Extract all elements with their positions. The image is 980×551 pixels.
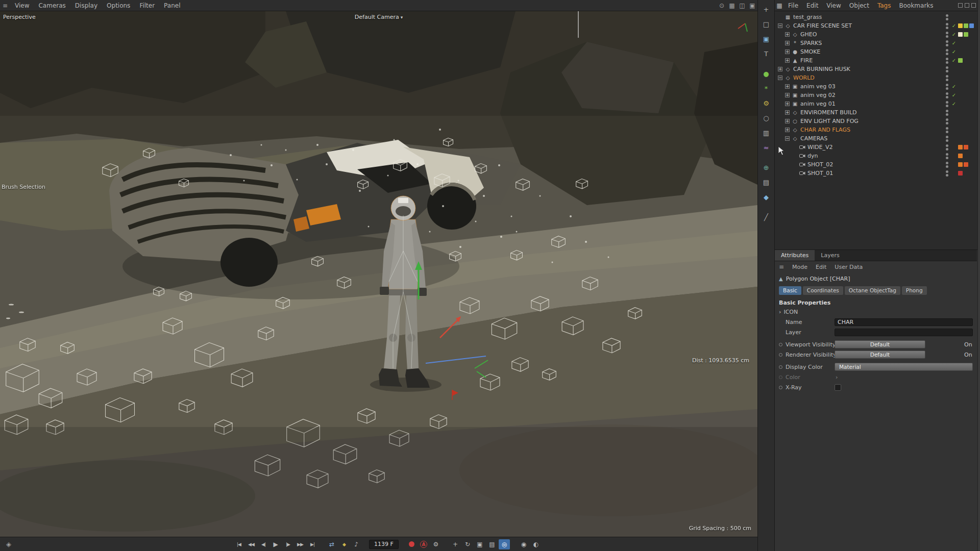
snap-toggle-button[interactable]: ◎ xyxy=(499,539,510,549)
tree-item-shot-01[interactable]: SHOT_01 xyxy=(776,169,976,178)
expand-toggle[interactable]: + xyxy=(785,58,790,63)
name-input[interactable]: CHAR xyxy=(835,318,973,326)
visibility-dots[interactable] xyxy=(944,118,950,124)
visibility-dots[interactable] xyxy=(944,110,950,116)
enabled-check[interactable]: ✓ xyxy=(950,101,958,107)
axis-tool-icon[interactable]: + xyxy=(760,4,772,14)
expand-toggle[interactable]: + xyxy=(785,41,790,45)
expand-toggle[interactable]: + xyxy=(785,119,790,123)
scatter-tool-icon[interactable]: * xyxy=(760,83,772,93)
expand-toggle[interactable]: + xyxy=(785,102,790,106)
visibility-dots[interactable] xyxy=(944,170,950,177)
orbit-view-button[interactable]: ↻ xyxy=(462,539,473,549)
tree-item-cameras[interactable]: − ◇ CAMERAS xyxy=(776,134,976,143)
tree-item-anim-veg-02[interactable]: + ▣ anim veg 02 ✓ xyxy=(776,91,976,99)
keyframe-dot-icon[interactable] xyxy=(779,365,782,369)
tag-chip[interactable] xyxy=(964,32,968,37)
tag-chip[interactable] xyxy=(958,154,963,158)
om-menu-tags[interactable]: Tags xyxy=(873,2,895,9)
tab-octane-objecttag[interactable]: Octane ObjectTag xyxy=(845,286,900,295)
renderer-visibility-state[interactable]: On xyxy=(964,352,973,358)
expand-toggle[interactable]: + xyxy=(785,32,790,37)
split-view-icon[interactable]: ◫ xyxy=(737,2,747,9)
tree-item-gheo[interactable]: + ◇ GHEO ✓ xyxy=(776,30,976,39)
enabled-check[interactable]: ✓ xyxy=(950,49,958,55)
visibility-dots[interactable] xyxy=(944,162,950,168)
tab-phong[interactable]: Phong xyxy=(902,286,927,295)
enabled-check[interactable]: ✓ xyxy=(950,84,958,89)
visibility-dots[interactable] xyxy=(944,84,950,90)
sound-toggle-button[interactable]: ♪ xyxy=(351,539,362,549)
keyframe-dot-icon[interactable] xyxy=(779,386,782,389)
hamburger-icon[interactable]: ≡ xyxy=(0,2,10,9)
spline-tool-icon[interactable]: ≈ xyxy=(760,142,772,153)
keyframe-dot-icon[interactable] xyxy=(779,353,782,357)
enabled-check[interactable]: ✓ xyxy=(950,58,958,63)
visibility-dots[interactable] xyxy=(944,92,950,98)
tree-item-car-burning-husk[interactable]: + ◇ CAR BURNING HUSK xyxy=(776,65,976,73)
visibility-dots[interactable] xyxy=(944,66,950,72)
tree-item-fire[interactable]: + ▲ FIRE ✓ xyxy=(776,56,976,65)
tag-chip[interactable] xyxy=(958,171,963,176)
object-manager-icon[interactable]: ▦ xyxy=(775,2,784,9)
tree-item-anim-veg-01[interactable]: + ▣ anim veg 01 ✓ xyxy=(776,99,976,108)
tag-chip[interactable] xyxy=(958,58,963,63)
panel-window-icon-1[interactable] xyxy=(958,3,963,8)
tree-item-world[interactable]: − ◇ WORLD xyxy=(776,73,976,82)
tree-item-car-fire-scene-set[interactable]: − ◇ CAR FIRE SCENE SET ✓ xyxy=(776,21,976,30)
tag-chip[interactable] xyxy=(964,145,968,149)
tag-chip[interactable] xyxy=(964,23,968,28)
expand-toggle[interactable]: + xyxy=(785,128,790,132)
generator-tool-icon[interactable]: ⚙ xyxy=(760,98,772,108)
keyframe-button[interactable]: ◆ xyxy=(338,539,350,549)
visibility-dots[interactable] xyxy=(944,136,950,142)
menu-cameras[interactable]: Cameras xyxy=(34,0,70,11)
tree-item-wide-v2[interactable]: WIDE_V2 xyxy=(776,143,976,152)
tree-item-env-light-and-fog[interactable]: + ○ ENV LIGHT AND FOG xyxy=(776,117,976,126)
collapse-toggle[interactable]: − xyxy=(778,76,782,80)
menu-view[interactable]: View xyxy=(10,0,34,11)
visibility-dots[interactable] xyxy=(944,23,950,29)
keyframe-settings-button[interactable]: ⚙ xyxy=(430,539,442,549)
menu-filter[interactable]: Filter xyxy=(135,0,159,11)
expand-toggle[interactable]: + xyxy=(785,49,790,54)
enabled-check[interactable]: ✓ xyxy=(950,23,958,29)
viewport-3d[interactable]: Perspective Default Camera▾ Brush Select… xyxy=(0,11,757,537)
om-menu-edit[interactable]: Edit xyxy=(802,2,822,9)
tree-item-dyn[interactable]: dyn xyxy=(776,152,976,160)
sphere-tool-icon[interactable]: ● xyxy=(760,68,772,79)
loop-mode-button[interactable]: ⇄ xyxy=(326,539,337,549)
play-button[interactable]: ▶ xyxy=(270,539,281,549)
cube-tool-icon[interactable]: ▣ xyxy=(760,34,772,44)
user-data-menu[interactable]: User Data xyxy=(835,264,863,270)
viewport-visibility-dropdown[interactable]: Default xyxy=(835,340,925,348)
next-frame-button[interactable]: |▶ xyxy=(282,539,293,549)
attributes-menu-icon[interactable]: ≡ xyxy=(779,263,784,270)
pin-icon[interactable]: ⊙ xyxy=(717,2,727,9)
om-menu-view[interactable]: View xyxy=(822,2,845,9)
selection-frame-tool-icon[interactable]: □ xyxy=(760,19,772,29)
keyframe-dot-icon[interactable] xyxy=(779,343,782,346)
tree-item-sparks[interactable]: + * SPARKS ✓ xyxy=(776,39,976,47)
viewport-visibility-state[interactable]: On xyxy=(964,341,973,348)
enabled-check[interactable]: ✓ xyxy=(950,32,958,37)
text-tool-icon[interactable]: T xyxy=(760,48,772,59)
visibility-dots[interactable] xyxy=(944,58,950,64)
tag-chip[interactable] xyxy=(969,23,974,28)
tab-layers[interactable]: Layers xyxy=(815,250,845,261)
expand-toggle[interactable]: + xyxy=(785,84,790,89)
collapse-toggle[interactable]: − xyxy=(778,23,782,28)
go-to-start-button[interactable]: |◀ xyxy=(233,539,244,549)
zoom-view-button[interactable]: ▣ xyxy=(474,539,485,549)
next-key-button[interactable]: ▶▶ xyxy=(295,539,306,549)
current-frame-field[interactable]: 1139 F xyxy=(369,540,399,549)
visibility-dots[interactable] xyxy=(944,14,950,20)
knife-tool-icon[interactable]: ╱ xyxy=(760,212,772,222)
layers-tool-icon[interactable]: ▤ xyxy=(760,177,772,187)
panel-window-icon-2[interactable] xyxy=(965,3,969,8)
renderer-visibility-dropdown[interactable]: Default xyxy=(835,350,925,359)
tree-item-enviroment-build[interactable]: + ◇ ENVIROMENT BUILD xyxy=(776,108,976,117)
om-menu-object[interactable]: Object xyxy=(845,2,873,9)
edit-menu[interactable]: Edit xyxy=(816,264,826,270)
xray-checkbox[interactable] xyxy=(835,384,841,391)
